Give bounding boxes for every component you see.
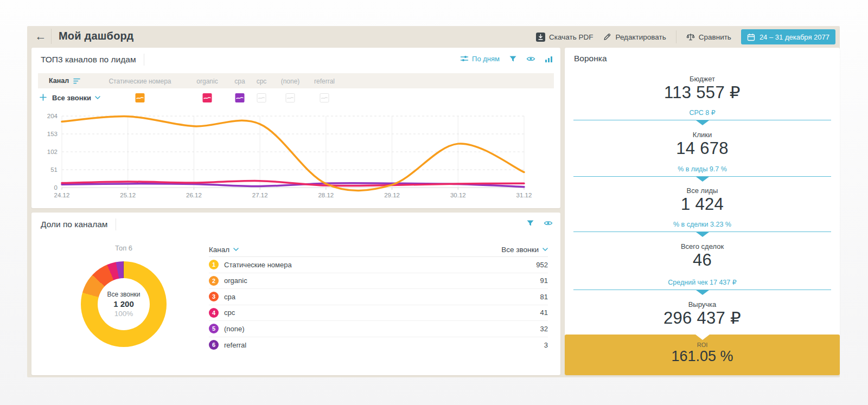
top-chart-title: ТОП3 каналов по лидам (41, 55, 136, 65)
value-header-label: Все звонки (501, 246, 539, 254)
funnel-header: Воронка (565, 48, 840, 70)
metric-selector[interactable]: Все звонки (52, 94, 100, 102)
svg-text:204: 204 (47, 113, 58, 119)
connector-line (573, 176, 831, 177)
connector-metric: CPC 8 ₽ (573, 108, 831, 117)
eye-icon[interactable] (544, 219, 553, 227)
table-row[interactable]: 3 cpa 81 (209, 289, 548, 305)
channel-name: cpa (224, 293, 235, 301)
funnel-stage: Выручка 296 437 ₽ (565, 300, 840, 328)
filter-icon[interactable] (526, 219, 534, 227)
series-swatch-active[interactable] (136, 93, 145, 102)
funnel-connector: % в лиды 9.7 % (573, 165, 831, 177)
channel-shares-donut[interactable]: Все звонки 1 200 100% (81, 261, 167, 347)
table-row[interactable]: 5 (none) 32 (209, 321, 548, 337)
column-header: organic (196, 78, 218, 85)
svg-text:102: 102 (47, 149, 58, 155)
series-swatch-inactive[interactable] (286, 93, 295, 102)
sort-icon[interactable] (73, 78, 80, 85)
svg-text:24.12: 24.12 (54, 192, 70, 198)
table-row[interactable]: 1 Статические номера 952 (209, 257, 548, 273)
donut-center-label: Все звонки (107, 291, 140, 298)
funnel-connector: Средний чек 17 437 ₽ (573, 278, 831, 290)
connector-metric: % в лиды 9.7 % (573, 165, 831, 173)
connector-line (573, 120, 831, 120)
funnel-stage: Бюджет 113 557 ₽ (565, 75, 840, 102)
series-swatch-active[interactable] (235, 93, 245, 102)
table-row[interactable]: 4 cpc 41 (209, 305, 548, 322)
svg-text:28.12: 28.12 (318, 192, 334, 198)
shares-title: Доли по каналам (41, 220, 108, 229)
rank-badge: 1 (209, 260, 219, 269)
rank-badge: 2 (209, 276, 219, 286)
date-range-button[interactable]: 24 – 31 декабря 2077 (741, 29, 835, 44)
funnel-title: Воронка (574, 54, 607, 63)
donut-center-percent: 100% (114, 310, 133, 318)
column-header: Статические номера (108, 78, 171, 85)
back-button[interactable]: ← (34, 29, 48, 44)
column-header: cpa (234, 78, 245, 85)
sort-by-channel[interactable]: Канал (209, 246, 239, 254)
svg-text:31.12: 31.12 (516, 192, 532, 198)
filter-icon[interactable] (509, 55, 517, 63)
leads-line-chart[interactable]: 24.1225.1226.1227.1228.1229.1230.1231.12… (36, 111, 556, 206)
top-chart-header: ТОП3 каналов по лидам По дням (31, 48, 560, 70)
svg-text:0: 0 (54, 184, 58, 191)
bar-chart-icon[interactable] (545, 55, 553, 63)
channel-value: 91 (540, 277, 548, 285)
arrow-down-icon (696, 120, 709, 125)
roi-value: 161.05 % (565, 348, 840, 365)
funnel-stage: Все лиды 1 424 (565, 187, 840, 214)
plus-icon[interactable] (40, 94, 47, 101)
arrow-down-icon (696, 177, 709, 182)
edit-label: Редактировать (615, 33, 666, 41)
stage-value: 1 424 (565, 195, 840, 214)
edit-button[interactable]: Редактировать (603, 33, 666, 41)
download-pdf-button[interactable]: Скачать PDF (536, 33, 593, 42)
funnel-stage: Клики 14 678 (565, 131, 840, 158)
series-swatch-inactive[interactable] (257, 93, 266, 102)
compare-button[interactable]: Сравнить (686, 33, 731, 41)
column-header: cpc (257, 78, 267, 85)
svg-text:153: 153 (47, 131, 58, 137)
granularity-control[interactable]: По дням (460, 54, 500, 63)
stage-value: 46 (565, 250, 840, 270)
table-row[interactable]: 6 referral 3 (209, 337, 548, 353)
channel-value: 41 (540, 308, 548, 317)
connector-line (573, 232, 831, 232)
page-title: Мой дашборд (59, 30, 133, 42)
channel-header-label: Канал (209, 246, 229, 254)
series-swatch-inactive[interactable] (320, 93, 329, 102)
date-range-label: 24 – 31 декабря 2077 (760, 33, 829, 41)
roi-label: ROI (565, 342, 840, 348)
stage-value: 296 437 ₽ (565, 308, 840, 328)
channel-value: 952 (536, 261, 548, 269)
panel-top-channels: ТОП3 каналов по лидам По дням (31, 48, 560, 208)
chevron-down-icon (542, 248, 548, 252)
svg-text:51: 51 (50, 166, 58, 173)
calendar-icon (747, 33, 755, 41)
chevron-down-icon (95, 96, 100, 100)
table-row[interactable]: 2 organic 91 (209, 273, 548, 290)
dashboard-canvas: ← Мой дашборд Скачать PDF Редактировать (27, 26, 840, 377)
channel-name: Статические номера (224, 261, 292, 269)
channel-shares-table: Канал Все звонки 1 Статические номера 95… (209, 243, 548, 353)
channel-value: 32 (540, 325, 548, 333)
stage-value: 14 678 (565, 139, 840, 158)
sort-by-value[interactable]: Все звонки (501, 246, 548, 254)
title-divider (116, 218, 116, 230)
panel-channel-shares: Доли по каналам Топ 6 Все звонки 1 200 1… (31, 213, 560, 375)
compare-label: Сравнить (699, 33, 731, 41)
chevron-down-icon (233, 248, 239, 252)
topbar-divider (51, 29, 52, 44)
rank-badge: 4 (209, 308, 219, 318)
download-pdf-label: Скачать PDF (549, 33, 593, 41)
series-swatch-active[interactable] (203, 93, 212, 102)
scales-icon (686, 33, 695, 41)
funnel-stage: Всего сделок 46 (565, 242, 840, 270)
connector-metric: Средний чек 17 437 ₽ (573, 278, 831, 286)
eye-icon[interactable] (526, 55, 535, 63)
stage-label: Всего сделок (565, 242, 840, 250)
channel-column-label: Канал (49, 77, 69, 85)
donut-center: Все звонки 1 200 100% (98, 278, 150, 330)
